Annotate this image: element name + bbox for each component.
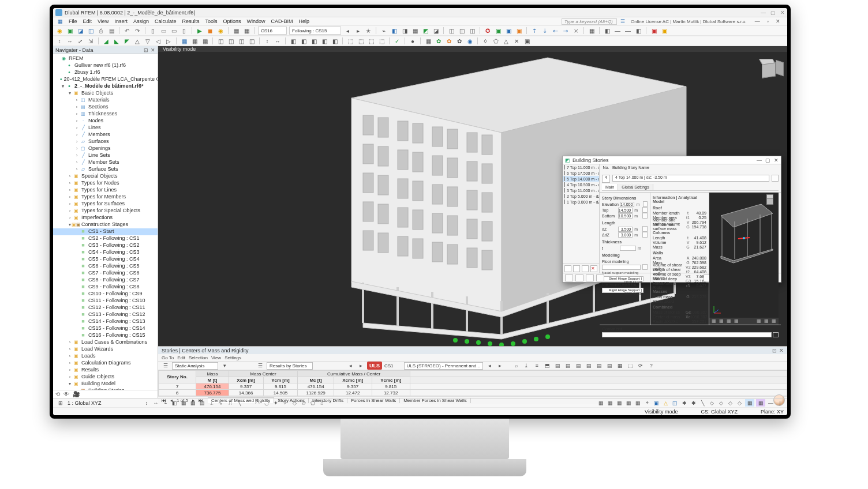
dlg-edit-icon[interactable] (582, 265, 589, 272)
sb1-r11-icon[interactable]: ✱ (690, 399, 697, 407)
tree-typegrp-0[interactable]: Special Objects (81, 173, 118, 179)
tree-basic-1[interactable]: Sections (88, 104, 108, 110)
bp-analysis-select[interactable]: Static Analysis (172, 362, 218, 370)
tree-cs-9[interactable]: CS10 - Following : CS9 (88, 291, 143, 297)
tbs12-icon[interactable]: ▦ (180, 37, 188, 45)
tree-cs-7[interactable]: CS8 - Following : CS7 (88, 277, 140, 283)
tb-f1-icon[interactable]: ⇡ (530, 27, 538, 35)
nav-btm-2-icon[interactable]: 👁 (63, 391, 69, 397)
tbs18-icon[interactable]: ◫ (248, 37, 256, 45)
dlg-tab-global[interactable]: Global Settings (618, 184, 653, 190)
tbs11-icon[interactable]: ▷ (164, 37, 173, 45)
tree-basic-7[interactable]: Openings (88, 145, 111, 152)
tbs39-icon[interactable]: △ (502, 37, 510, 45)
dlg-name-input[interactable]: 4 Top 14.000 m | dZ: -3.50 m (612, 175, 769, 182)
menu-calculate[interactable]: Calculate (152, 18, 179, 24)
tbs19-icon[interactable]: ↕ (263, 37, 271, 45)
sb1-15-icon[interactable]: ✦ (272, 399, 280, 407)
dlg-story-2[interactable]: 5 Top 14.000 m - dZ: -3.500 m (563, 176, 599, 182)
tbs24-icon[interactable]: ◧ (320, 37, 328, 45)
tbs21-icon[interactable]: ◧ (289, 37, 297, 45)
bp-ic11-icon[interactable]: ▦ (616, 362, 624, 370)
tb-view1-icon[interactable]: ▯ (149, 27, 157, 35)
tb-view4-icon[interactable]: ▯ (180, 27, 188, 35)
dlg-add-icon[interactable] (564, 265, 571, 272)
tb-fav-icon[interactable]: ✭ (364, 27, 372, 35)
tb-e3-icon[interactable]: ▣ (504, 27, 512, 35)
tbs36-icon[interactable]: ◉ (466, 37, 474, 45)
tbs6-icon[interactable]: ◣ (113, 37, 121, 45)
dz-btn-icon[interactable] (642, 226, 648, 232)
tree-typegrp-3[interactable]: Types for Members (81, 194, 126, 200)
sb1-r2-icon[interactable]: ▦ (607, 399, 614, 407)
dlg-story-6[interactable]: 1 Top 0.000 m - dZ: -3.000 m (563, 199, 599, 205)
tb-c2-icon[interactable]: ◧ (390, 27, 398, 35)
menu-tools[interactable]: Tools (203, 18, 219, 24)
prev-tb3-icon[interactable]: ▦ (726, 318, 732, 324)
floormod-btn-icon[interactable] (642, 264, 648, 270)
dlg-del-icon[interactable]: ✕ (590, 265, 597, 272)
tb-f3-icon[interactable]: ⇠ (551, 27, 559, 35)
bot-input[interactable]: 10.500 (618, 213, 633, 219)
tree-basic-5[interactable]: Members (88, 131, 110, 138)
bp-menu-edit[interactable]: Edit (177, 355, 185, 360)
sb1-7-icon[interactable]: ▤ (199, 399, 206, 407)
tree-file-3[interactable]: 2_-_Modèle de bâtiment.rf6* (74, 83, 144, 89)
tree-cs-12[interactable]: CS13 - Following : CS12 (88, 311, 145, 318)
bp-menu-goto[interactable]: Go To (162, 355, 174, 360)
tree-file-0[interactable]: Gulliver new rf6 (1).rf6 (74, 62, 126, 69)
tb-c3-icon[interactable]: ◨ (401, 27, 409, 35)
menu-insert[interactable]: Insert (112, 18, 130, 24)
tree-file-1[interactable]: 2busy 1.rf6 (74, 69, 100, 76)
tb-e2-icon[interactable]: ▣ (494, 27, 502, 35)
tree-after-4[interactable]: Results (81, 367, 99, 373)
tree-after-0[interactable]: Load Cases & Combinations (81, 339, 147, 345)
tb-h2-icon[interactable]: — (613, 27, 622, 35)
sb1-18-icon[interactable]: ▱ (300, 399, 308, 407)
dlg-name-dropdown-icon[interactable] (772, 175, 779, 182)
bp-ic14-icon[interactable]: ? (647, 362, 655, 370)
dlg-f3-icon[interactable] (586, 274, 594, 281)
tree-basic-2[interactable]: Thicknesses (88, 111, 117, 117)
t-input[interactable] (620, 246, 636, 251)
sb1-19-icon[interactable]: ⬠ (309, 399, 317, 407)
tbs9-icon[interactable]: ▽ (144, 37, 152, 45)
tree-cs-5[interactable]: CS6 - Following : CS5 (88, 263, 140, 269)
menu-results[interactable]: Results (179, 18, 201, 24)
tb-h4-icon[interactable]: ◧ (634, 27, 642, 35)
sb1-r19-icon[interactable]: — (767, 399, 775, 407)
tree-typegrp-6[interactable]: Imperfections (81, 215, 113, 221)
tb-misc1-icon[interactable]: ▦ (232, 27, 240, 35)
axis-cube[interactable] (756, 58, 781, 83)
results-table[interactable]: Story No. Mass Mass Center Cumulative Ma… (158, 370, 787, 396)
bp-resby-select[interactable]: Results by Stories (267, 362, 313, 370)
tree-typegrp-5[interactable]: Types for Special Objects (81, 208, 140, 214)
tb-g1-icon[interactable]: ▦ (588, 27, 596, 35)
bp-ic4-icon[interactable]: ⬒ (543, 362, 551, 370)
linesup-input[interactable]: Rigid Hinge Support | 0000 CC30 (602, 288, 643, 293)
tree-construction-stages[interactable]: Construction Stages (81, 221, 128, 228)
tb-i2-icon[interactable]: ▣ (660, 27, 668, 35)
dlg-f4-icon[interactable] (596, 274, 604, 281)
tb-view3-icon[interactable]: ▭ (170, 27, 178, 35)
tree-cs-0[interactable]: CS1 - Start (88, 228, 114, 235)
nav-pin-icon[interactable]: ⊡ (144, 47, 148, 53)
tb-report-icon[interactable]: ▤ (107, 27, 115, 35)
dlg-story-0[interactable]: 7 Top 11.000 m - dZ: -3.500 m (563, 164, 599, 170)
tbs1-icon[interactable]: ↕ (55, 37, 63, 45)
tbs28-icon[interactable]: ⬚ (367, 37, 375, 45)
nav-close-icon[interactable]: ✕ (151, 47, 155, 53)
menu-cad-bim[interactable]: CAD-BIM (269, 18, 295, 24)
tbs22-icon[interactable]: ◧ (300, 37, 308, 45)
tb-c5-icon[interactable]: ◩ (421, 27, 429, 35)
sub-close-icon[interactable]: ✕ (773, 18, 783, 24)
prev-tb7-icon[interactable]: ▦ (771, 318, 777, 324)
tbs32-icon[interactable]: ▦ (424, 37, 432, 45)
tb-next-icon[interactable]: ▸ (354, 27, 362, 35)
bp-co-select[interactable]: ULS (STR/GEO) - Permanent and... (404, 362, 484, 370)
tbs30-icon[interactable]: ✓ (393, 37, 401, 45)
tree-after-1[interactable]: Load Wizards (81, 346, 113, 352)
tb-stop-icon[interactable]: ◼ (206, 27, 214, 35)
tree-cs-13[interactable]: CS14 - Following : CS13 (88, 318, 145, 325)
bp-ic1-icon[interactable]: ⌕ (512, 362, 520, 370)
